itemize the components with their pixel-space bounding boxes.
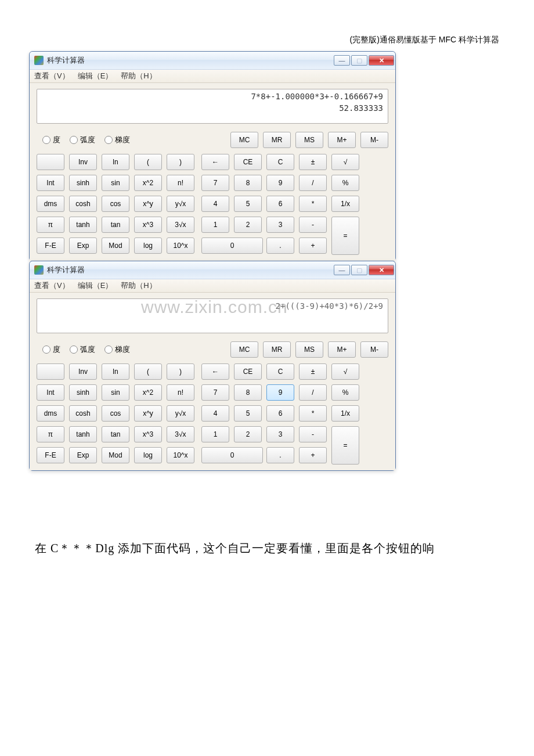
- rparen-button[interactable]: ): [167, 154, 194, 170]
- cuberoot-button[interactable]: 3√x: [167, 426, 194, 442]
- n0-button[interactable]: 0: [201, 447, 263, 463]
- x3-button[interactable]: x^3: [134, 217, 162, 233]
- xy-button[interactable]: x^y: [134, 405, 162, 422]
- dms-button[interactable]: dms: [37, 196, 64, 212]
- reciprocal-button[interactable]: 1/x: [331, 405, 359, 422]
- n7-button[interactable]: 7: [201, 384, 229, 401]
- n1-button[interactable]: 1: [201, 426, 229, 442]
- x3-button[interactable]: x^3: [134, 426, 162, 442]
- radio-grad[interactable]: 梯度: [104, 344, 130, 355]
- minimize-button[interactable]: —: [334, 55, 350, 66]
- int-button[interactable]: Int: [37, 175, 64, 191]
- cosh-button[interactable]: cosh: [69, 405, 97, 422]
- x2-button[interactable]: x^2: [134, 384, 162, 401]
- int-button[interactable]: Int: [37, 384, 64, 401]
- cos-button[interactable]: cos: [102, 405, 129, 422]
- x2-button[interactable]: x^2: [134, 175, 162, 191]
- n6-button[interactable]: 6: [266, 196, 294, 212]
- mplus-button[interactable]: M+: [328, 132, 356, 148]
- n5-button[interactable]: 5: [234, 196, 262, 212]
- radio-grad[interactable]: 梯度: [104, 135, 130, 145]
- factorial-button[interactable]: n!: [167, 384, 194, 401]
- menu-help[interactable]: 帮助（H）: [121, 71, 156, 81]
- fe-button[interactable]: F-E: [37, 237, 64, 254]
- pi-button[interactable]: π: [37, 217, 64, 233]
- mr-button[interactable]: MR: [263, 132, 291, 148]
- divide-button[interactable]: /: [299, 175, 327, 191]
- log-button[interactable]: log: [134, 237, 162, 254]
- n4-button[interactable]: 4: [201, 196, 229, 212]
- fe-button[interactable]: F-E: [37, 447, 64, 463]
- equals-button[interactable]: =: [331, 426, 359, 465]
- ln-button[interactable]: ln: [102, 363, 129, 380]
- c-button[interactable]: C: [266, 154, 294, 170]
- blank-button[interactable]: [37, 154, 64, 170]
- sinh-button[interactable]: sinh: [69, 384, 97, 401]
- mminus-button[interactable]: M-: [360, 341, 388, 358]
- blank-button[interactable]: [37, 363, 64, 380]
- n9-button[interactable]: 9: [266, 175, 294, 191]
- n2-button[interactable]: 2: [234, 426, 262, 442]
- plusminus-button[interactable]: ±: [299, 154, 327, 170]
- multiply-button[interactable]: *: [299, 405, 327, 422]
- tanh-button[interactable]: tanh: [69, 217, 97, 233]
- back-button[interactable]: ←: [201, 154, 229, 170]
- xy-button[interactable]: x^y: [134, 196, 162, 212]
- maximize-button[interactable]: ▢: [351, 265, 367, 275]
- mc-button[interactable]: MC: [230, 341, 258, 358]
- n6-button[interactable]: 6: [266, 405, 294, 422]
- titlebar[interactable]: 科学计算器 — ▢ ✕: [30, 52, 395, 70]
- lparen-button[interactable]: (: [134, 154, 162, 170]
- percent-button[interactable]: %: [331, 384, 359, 401]
- percent-button[interactable]: %: [331, 175, 359, 191]
- rparen-button[interactable]: ): [167, 363, 194, 380]
- n5-button[interactable]: 5: [234, 405, 262, 422]
- n3-button[interactable]: 3: [266, 217, 294, 233]
- multiply-button[interactable]: *: [299, 196, 327, 212]
- cos-button[interactable]: cos: [102, 196, 129, 212]
- c-button[interactable]: C: [266, 363, 294, 380]
- n8-button[interactable]: 8: [234, 384, 262, 401]
- ms-button[interactable]: MS: [295, 341, 323, 358]
- exp-button[interactable]: Exp: [69, 447, 97, 463]
- n2-button[interactable]: 2: [234, 217, 262, 233]
- mod-button[interactable]: Mod: [102, 237, 129, 254]
- ms-button[interactable]: MS: [295, 132, 323, 148]
- n8-button[interactable]: 8: [234, 175, 262, 191]
- sqrt-button[interactable]: √: [331, 154, 359, 170]
- n7-button[interactable]: 7: [201, 175, 229, 191]
- radio-rad[interactable]: 弧度: [70, 344, 95, 355]
- menu-edit[interactable]: 编辑（E）: [78, 280, 113, 291]
- back-button[interactable]: ←: [201, 363, 229, 380]
- mr-button[interactable]: MR: [263, 341, 291, 358]
- titlebar[interactable]: 科学计算器 — ▢ ✕: [30, 261, 395, 279]
- mminus-button[interactable]: M-: [360, 132, 388, 148]
- inv-button[interactable]: Inv: [69, 154, 97, 170]
- close-button[interactable]: ✕: [369, 55, 394, 66]
- log-button[interactable]: log: [134, 447, 162, 463]
- maximize-button[interactable]: ▢: [351, 55, 367, 66]
- subtract-button[interactable]: -: [299, 217, 327, 233]
- tenx-button[interactable]: 10^x: [167, 237, 194, 254]
- mplus-button[interactable]: M+: [328, 341, 356, 358]
- sinh-button[interactable]: sinh: [69, 175, 97, 191]
- sin-button[interactable]: sin: [102, 175, 129, 191]
- equals-button[interactable]: =: [331, 217, 359, 255]
- radio-rad[interactable]: 弧度: [70, 135, 95, 145]
- menu-help[interactable]: 帮助（H）: [121, 280, 156, 291]
- tenx-button[interactable]: 10^x: [167, 447, 194, 463]
- yroot-button[interactable]: y√x: [167, 405, 194, 422]
- radio-deg[interactable]: 度: [42, 344, 60, 355]
- mod-button[interactable]: Mod: [102, 447, 129, 463]
- divide-button[interactable]: /: [299, 384, 327, 401]
- dot-button[interactable]: .: [266, 237, 294, 254]
- plusminus-button[interactable]: ±: [299, 363, 327, 380]
- exp-button[interactable]: Exp: [69, 237, 97, 254]
- dot-button[interactable]: .: [266, 447, 294, 463]
- ce-button[interactable]: CE: [234, 363, 262, 380]
- close-button[interactable]: ✕: [369, 265, 394, 275]
- cosh-button[interactable]: cosh: [69, 196, 97, 212]
- n0-button[interactable]: 0: [201, 237, 263, 254]
- cuberoot-button[interactable]: 3√x: [167, 217, 194, 233]
- n9-button[interactable]: 9: [266, 384, 294, 401]
